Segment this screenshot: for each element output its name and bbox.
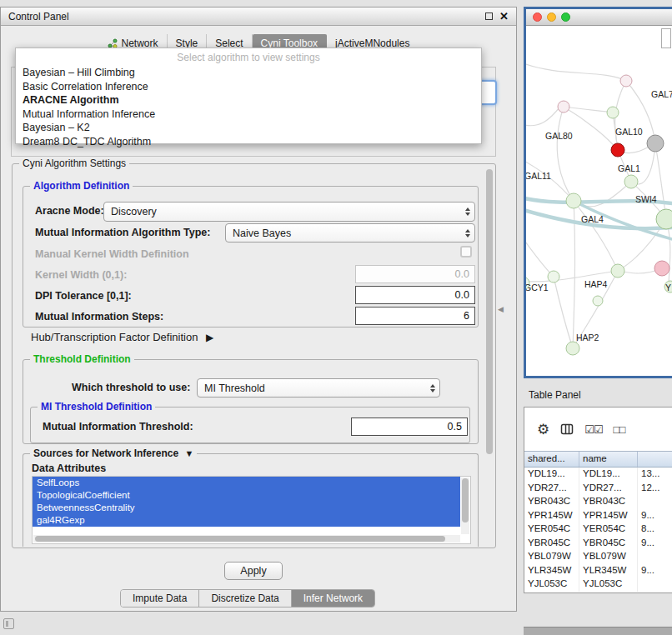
table-cell[interactable]: YDL19... bbox=[524, 468, 579, 482]
sources-expander[interactable]: Sources for Network Inference ▼ bbox=[30, 448, 197, 460]
float-icon[interactable] bbox=[485, 12, 493, 20]
table-cell[interactable]: YDR27... bbox=[524, 482, 579, 496]
network-node[interactable] bbox=[548, 271, 559, 282]
table-cell[interactable]: 9... bbox=[638, 537, 672, 551]
network-node[interactable] bbox=[656, 209, 672, 229]
network-node[interactable] bbox=[620, 75, 632, 87]
zoom-traffic-button[interactable] bbox=[561, 12, 570, 22]
table-row[interactable]: YER054C YER054C 8... bbox=[524, 522, 672, 537]
settings-scrollbar-thumb[interactable] bbox=[486, 169, 493, 454]
dropdown-item[interactable]: Basic Correlation Inference bbox=[16, 80, 481, 94]
mi-steps-label: Mutual Information Steps: bbox=[35, 311, 163, 322]
table-cell[interactable]: YBL079W bbox=[524, 550, 579, 564]
table-cell[interactable]: 9... bbox=[638, 509, 672, 523]
table-cell[interactable]: YDL19... bbox=[579, 468, 638, 482]
table-cell[interactable] bbox=[638, 578, 672, 592]
table-row[interactable]: YBR043C YBR043C bbox=[524, 495, 672, 509]
network-node[interactable] bbox=[558, 101, 569, 112]
table-cell[interactable]: YBR045C bbox=[524, 537, 579, 551]
table-cell[interactable]: YER054C bbox=[524, 522, 579, 537]
collapsed-panel-icon[interactable] bbox=[3, 618, 14, 629]
table-cell[interactable]: YBR045C bbox=[579, 537, 638, 551]
table-cell[interactable]: YBR043C bbox=[579, 495, 638, 509]
list-item[interactable]: BetweennessCentrality bbox=[33, 502, 460, 514]
table-cell[interactable]: 8... bbox=[638, 522, 672, 537]
table-row[interactable]: YBR045C YBR045C 9... bbox=[524, 537, 672, 551]
mi-steps-field[interactable] bbox=[355, 307, 475, 325]
list-item[interactable]: SelfLoops bbox=[33, 477, 460, 489]
list-item[interactable]: TopologicalCoefficient bbox=[33, 489, 460, 502]
dropdown-item[interactable]: Bayesian – Hill Climbing bbox=[16, 66, 481, 80]
hub-definition-expander[interactable]: Hub/Transcription Factor Definition ▶ bbox=[31, 331, 213, 343]
table-cell[interactable]: 9... bbox=[638, 564, 672, 578]
list-item[interactable]: gal4RGexp bbox=[33, 514, 460, 527]
table-row[interactable]: YJL053C YJL053C bbox=[524, 578, 672, 592]
table-cell[interactable] bbox=[638, 495, 672, 509]
network-overview-widget[interactable] bbox=[661, 28, 671, 48]
tab-discretize-data[interactable]: Discretize Data bbox=[199, 590, 291, 607]
table-cell[interactable]: YBR043C bbox=[524, 495, 579, 509]
table-row[interactable]: YDR27... YDR27... 12... bbox=[524, 482, 672, 496]
table-cell[interactable]: YDR27... bbox=[579, 482, 638, 496]
combo-stepper-icon bbox=[430, 384, 435, 392]
dropdown-item-selected[interactable]: ARACNE Algorithm bbox=[16, 93, 481, 108]
aracne-mode-select[interactable]: Discovery bbox=[103, 202, 475, 222]
column-header-name[interactable]: name bbox=[579, 452, 638, 467]
close-icon[interactable]: ✕ bbox=[499, 12, 509, 21]
table-row[interactable]: YPR145W YPR145W 9... bbox=[524, 509, 672, 523]
table-cell[interactable]: YPR145W bbox=[579, 509, 638, 523]
apply-button[interactable]: Apply bbox=[224, 562, 283, 580]
dpi-tolerance-field[interactable] bbox=[355, 286, 475, 304]
table-cell[interactable]: YLR345W bbox=[524, 564, 579, 578]
network-node[interactable] bbox=[611, 264, 624, 278]
network-node[interactable] bbox=[647, 135, 664, 152]
list-vertical-scrollbar[interactable] bbox=[461, 478, 469, 534]
table-cell[interactable] bbox=[638, 550, 672, 564]
list-vertical-scrollbar-thumb[interactable] bbox=[462, 478, 469, 522]
table-cell[interactable]: 12... bbox=[638, 482, 672, 496]
gear-icon[interactable]: ⚙ bbox=[537, 421, 549, 438]
table-cell[interactable]: YBL079W bbox=[579, 550, 638, 564]
table-cell[interactable]: YLR345W bbox=[579, 564, 638, 578]
settings-scrollbar[interactable] bbox=[485, 168, 494, 543]
deselect-all-checks-icon[interactable]: □□ bbox=[614, 423, 625, 436]
table-row[interactable]: YBL079W YBL079W bbox=[524, 550, 672, 564]
table-cell[interactable]: YJL053C bbox=[524, 578, 579, 592]
minimize-traffic-button[interactable] bbox=[547, 12, 556, 22]
table-panel-title: Table Panel bbox=[529, 389, 581, 401]
network-node[interactable] bbox=[607, 107, 619, 118]
dropdown-item[interactable]: Bayesian – K2 bbox=[16, 121, 481, 135]
mi-threshold-field[interactable] bbox=[351, 418, 468, 436]
algorithm-definition-title: Algorithm Definition bbox=[30, 180, 133, 192]
panel-collapse-handle[interactable]: ◀ bbox=[498, 305, 504, 313]
mi-type-select[interactable]: Naive Bayes bbox=[225, 223, 475, 242]
table-cell[interactable]: YJL053C bbox=[579, 578, 638, 592]
network-canvas[interactable]: GAL7 GAL80 GAL10 GAL11 GAL1 SWI4 GAL4 GC… bbox=[526, 26, 672, 376]
control-panel-titlebar[interactable]: Control Panel ✕ bbox=[1, 8, 516, 26]
dropdown-item[interactable]: Mutual Information Inference bbox=[16, 108, 481, 122]
table-cell[interactable]: YER054C bbox=[579, 522, 638, 537]
columns-icon[interactable] bbox=[560, 422, 574, 436]
network-node[interactable] bbox=[624, 175, 638, 188]
network-window-titlebar[interactable] bbox=[526, 9, 672, 26]
table-cell[interactable]: 13... bbox=[638, 468, 672, 482]
dropdown-item[interactable]: Dream8 DC_TDC Algorithm bbox=[16, 135, 481, 149]
select-all-checks-icon[interactable]: ☑☑ bbox=[584, 423, 602, 436]
network-node-red[interactable] bbox=[611, 143, 624, 157]
control-panel-title: Control Panel bbox=[8, 11, 69, 22]
network-node[interactable] bbox=[566, 193, 581, 208]
network-node[interactable] bbox=[593, 296, 603, 306]
column-header-extra[interactable] bbox=[638, 452, 672, 467]
tab-infer-network[interactable]: Infer Network bbox=[292, 590, 374, 607]
network-node[interactable] bbox=[654, 261, 669, 276]
table-cell[interactable]: YPR145W bbox=[524, 509, 579, 523]
table-row[interactable]: YLR345W YLR345W 9... bbox=[524, 564, 672, 578]
column-header-shared-name[interactable]: shared... bbox=[524, 452, 579, 467]
list-horizontal-scrollbar[interactable] bbox=[33, 535, 460, 542]
table-row[interactable]: YDL19... YDL19... 13... bbox=[524, 468, 672, 482]
network-node[interactable] bbox=[566, 342, 579, 355]
close-traffic-button[interactable] bbox=[533, 12, 542, 22]
list-horizontal-scrollbar-thumb[interactable] bbox=[35, 536, 445, 542]
which-threshold-select[interactable]: MI Threshold bbox=[197, 378, 440, 398]
tab-impute-data[interactable]: Impute Data bbox=[121, 590, 199, 607]
